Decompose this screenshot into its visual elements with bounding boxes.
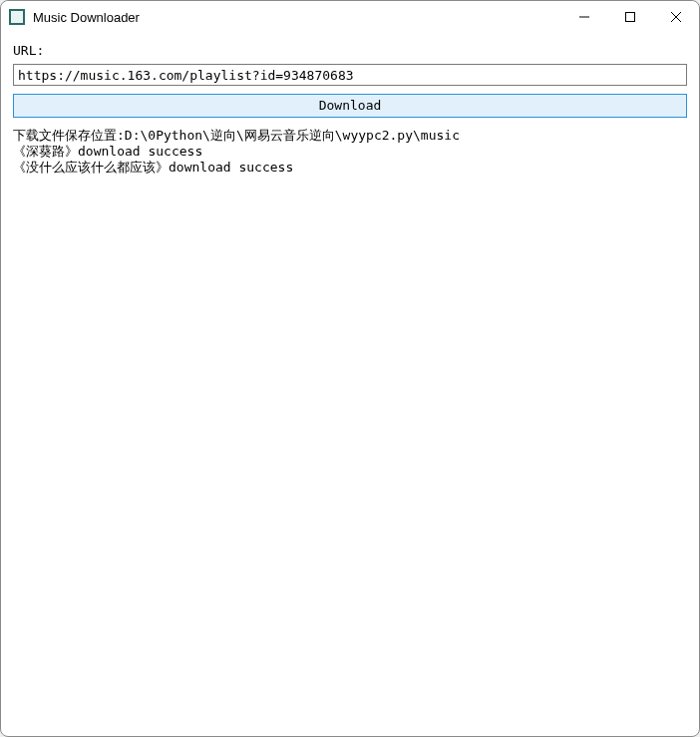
maximize-button[interactable] <box>607 1 653 33</box>
download-button[interactable]: Download <box>13 94 687 118</box>
url-input[interactable] <box>13 64 687 86</box>
log-line: 下载文件保存位置:D:\0Python\逆向\网易云音乐逆向\wyypc2.py… <box>13 128 687 144</box>
log-output[interactable]: 下载文件保存位置:D:\0Python\逆向\网易云音乐逆向\wyypc2.py… <box>13 128 687 724</box>
app-icon <box>9 9 25 25</box>
window-controls <box>561 1 699 33</box>
titlebar[interactable]: Music Downloader <box>1 1 699 33</box>
log-line: 《深葵路》download success <box>13 144 687 160</box>
close-button[interactable] <box>653 1 699 33</box>
log-line: 《没什么应该什么都应该》download success <box>13 160 687 176</box>
window-title: Music Downloader <box>33 10 561 25</box>
svg-rect-1 <box>626 13 635 22</box>
minimize-button[interactable] <box>561 1 607 33</box>
app-window: Music Downloader URL: Download 下载文件保存位置:… <box>0 0 700 737</box>
content-area: URL: Download 下载文件保存位置:D:\0Python\逆向\网易云… <box>1 33 699 736</box>
url-label: URL: <box>13 43 687 58</box>
